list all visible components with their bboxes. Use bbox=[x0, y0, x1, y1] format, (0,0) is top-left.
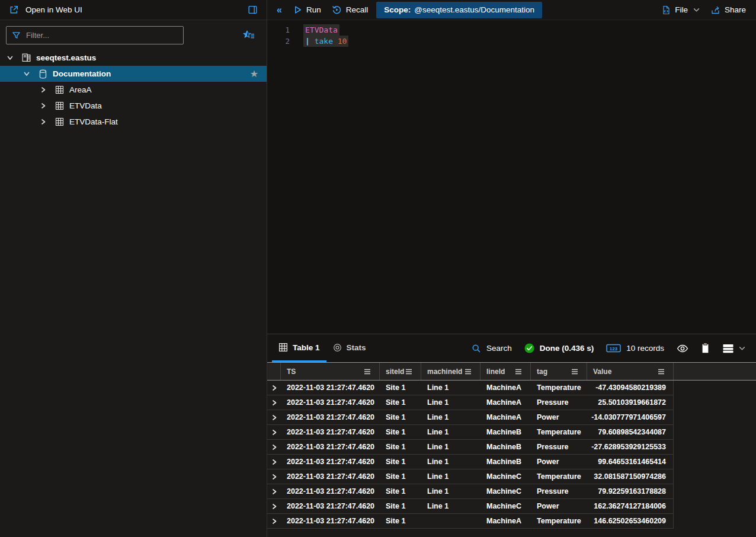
chevron-down-icon[interactable] bbox=[5, 53, 15, 63]
copy-clipboard-icon[interactable] bbox=[701, 343, 710, 353]
cell-machineId: Line 1 bbox=[421, 443, 480, 451]
column-header-lineId[interactable]: lineId bbox=[480, 363, 531, 380]
cluster-icon bbox=[20, 53, 32, 63]
column-label: machineId bbox=[427, 367, 462, 376]
query-toolbar: « Run Recall Scope: @seeqtest.eastus/Doc… bbox=[267, 0, 756, 20]
row-expander-icon[interactable] bbox=[267, 488, 281, 495]
scope-selector[interactable]: Scope: @seeqtest.eastus/Documentation bbox=[376, 2, 542, 18]
column-menu-icon[interactable] bbox=[364, 369, 371, 375]
table-row[interactable]: 2022-11-03 21:27:47.4620Site 1Line 1Mach… bbox=[267, 395, 673, 410]
cell-value: 79.60898542344087 bbox=[587, 428, 674, 436]
column-label: lineId bbox=[486, 367, 505, 376]
run-button[interactable]: Run bbox=[288, 0, 326, 20]
column-menu-icon[interactable] bbox=[405, 369, 412, 375]
recall-button[interactable]: Recall bbox=[326, 0, 374, 20]
tree-item-label: ETVData bbox=[69, 101, 102, 110]
cell-siteId: Site 1 bbox=[380, 472, 421, 481]
row-expander-icon[interactable] bbox=[267, 385, 281, 391]
tree-item-areaa[interactable]: AreaA bbox=[0, 82, 267, 98]
cell-tag: Power bbox=[531, 413, 587, 421]
table-row[interactable]: 2022-11-03 21:27:47.4620Site 1Line 1Mach… bbox=[267, 484, 673, 499]
table-icon bbox=[53, 85, 65, 95]
records-badge-icon: 123 bbox=[606, 343, 621, 353]
cell-value: 99.64653161465414 bbox=[587, 458, 674, 466]
row-expander-icon[interactable] bbox=[267, 414, 281, 421]
row-expander-icon[interactable] bbox=[267, 459, 281, 465]
chevron-right-icon[interactable] bbox=[38, 117, 49, 127]
code-token: take bbox=[315, 37, 333, 46]
column-menu-icon[interactable] bbox=[571, 369, 578, 375]
chevron-right-icon[interactable] bbox=[38, 101, 49, 111]
editor-line[interactable]: 1ETVData bbox=[267, 24, 756, 36]
toggle-panel-icon[interactable] bbox=[248, 5, 258, 15]
favorites-filter-icon[interactable] bbox=[243, 30, 255, 40]
table-row[interactable]: 2022-11-03 21:27:47.4620Site 1Line 1Mach… bbox=[267, 381, 673, 395]
table-row[interactable]: 2022-11-03 21:27:47.4620Site 1Line 1Mach… bbox=[267, 499, 673, 514]
db-tree: seeqtest.eastusDocumentation★AreaAETVDat… bbox=[0, 50, 267, 130]
file-menu-button[interactable]: File bbox=[656, 5, 705, 15]
star-icon[interactable]: ★ bbox=[250, 69, 258, 79]
cell-siteId: Site 1 bbox=[380, 487, 421, 496]
cell-machineId: Line 1 bbox=[421, 428, 480, 436]
filter-input[interactable] bbox=[26, 31, 178, 40]
table-row[interactable]: 2022-11-03 21:27:47.4620Site 1Line 1Mach… bbox=[267, 455, 673, 469]
filter-funnel-icon bbox=[12, 31, 21, 40]
table-row[interactable]: 2022-11-03 21:27:47.4620Site 1Line 1Mach… bbox=[267, 469, 673, 484]
share-button[interactable]: Share bbox=[705, 5, 751, 15]
cell-ts: 2022-11-03 21:27:47.4620 bbox=[281, 458, 380, 466]
row-expander-icon[interactable] bbox=[267, 399, 281, 406]
row-expander-icon[interactable] bbox=[267, 429, 281, 436]
tree-item-seeqtest.eastus[interactable]: seeqtest.eastus bbox=[0, 50, 267, 66]
stats-icon bbox=[333, 343, 342, 352]
cell-lineId: MachineC bbox=[480, 487, 531, 496]
collapse-sidebar-button[interactable]: « bbox=[271, 5, 288, 15]
cell-ts: 2022-11-03 21:27:47.4620 bbox=[281, 472, 380, 481]
open-in-web-ui-button[interactable]: Open in Web UI bbox=[25, 5, 82, 14]
column-menu-icon[interactable] bbox=[658, 369, 665, 375]
cell-siteId: Site 1 bbox=[380, 428, 421, 436]
search-results-button[interactable]: Search bbox=[472, 344, 512, 353]
query-status: Done (0.436 s) bbox=[524, 343, 594, 353]
row-expander-icon[interactable] bbox=[267, 518, 281, 525]
tree-item-etvdata[interactable]: ETVData bbox=[0, 98, 267, 114]
filter-box[interactable] bbox=[6, 26, 184, 44]
column-header-tag[interactable]: tag bbox=[531, 363, 587, 380]
cell-value: -47.43094580219389 bbox=[587, 383, 674, 392]
column-header-TS[interactable]: TS bbox=[281, 363, 380, 380]
chevron-down-icon[interactable] bbox=[21, 69, 32, 79]
table-row[interactable]: 2022-11-03 21:27:47.4620Site 1Line 1Mach… bbox=[267, 440, 673, 455]
row-expander-icon[interactable] bbox=[267, 474, 281, 480]
cell-ts: 2022-11-03 21:27:47.4620 bbox=[281, 428, 380, 436]
cell-machineId: Line 1 bbox=[421, 413, 480, 421]
query-editor[interactable]: 1ETVData2| take 10 bbox=[267, 20, 756, 334]
column-label: Value bbox=[593, 367, 611, 376]
tree-item-etvdata-flat[interactable]: ETVData-Flat bbox=[0, 114, 267, 130]
run-icon bbox=[293, 5, 302, 14]
tab-stats[interactable]: Stats bbox=[326, 334, 373, 362]
tree-item-documentation[interactable]: Documentation★ bbox=[0, 66, 267, 82]
tab-table-1[interactable]: Table 1 bbox=[272, 334, 326, 362]
cell-lineId: MachineC bbox=[480, 472, 531, 481]
table-row[interactable]: 2022-11-03 21:27:47.4620Site 1Line 1Mach… bbox=[267, 410, 673, 425]
layout-rows-icon[interactable] bbox=[722, 344, 734, 353]
editor-line[interactable]: 2| take 10 bbox=[267, 36, 756, 47]
layout-chevron-down-icon[interactable] bbox=[739, 345, 745, 351]
status-done-icon bbox=[524, 343, 534, 353]
column-menu-icon[interactable] bbox=[465, 369, 472, 375]
code-token: ETVData bbox=[305, 25, 338, 34]
table-row[interactable]: 2022-11-03 21:27:47.4620Site 1Line 1Mach… bbox=[267, 425, 673, 440]
chevron-down-icon bbox=[693, 7, 700, 13]
column-menu-icon[interactable] bbox=[515, 369, 522, 375]
row-expander-icon[interactable] bbox=[267, 444, 281, 450]
preview-eye-icon[interactable] bbox=[677, 344, 688, 353]
table-row[interactable]: 2022-11-03 21:27:47.4620Site 1MachineATe… bbox=[267, 514, 673, 529]
share-icon bbox=[710, 5, 720, 15]
cell-lineId: MachineA bbox=[480, 413, 531, 421]
row-expander-icon[interactable] bbox=[267, 503, 281, 510]
cell-lineId: MachineA bbox=[480, 398, 531, 407]
chevron-right-icon[interactable] bbox=[38, 85, 49, 95]
cell-machineId: Line 1 bbox=[421, 472, 480, 481]
column-header-Value[interactable]: Value bbox=[587, 363, 674, 380]
column-header-siteId[interactable]: siteId bbox=[380, 363, 421, 380]
column-header-machineId[interactable]: machineId bbox=[421, 363, 480, 380]
